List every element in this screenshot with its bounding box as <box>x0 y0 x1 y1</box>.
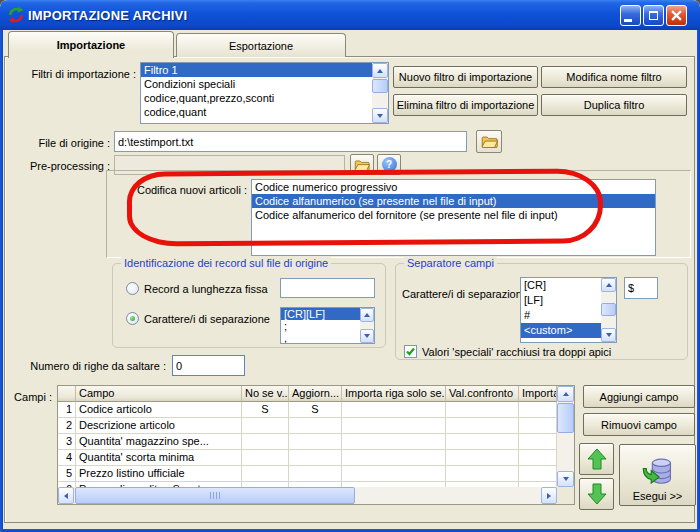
new-filter-button[interactable]: Nuovo filtro di importazione <box>393 66 538 88</box>
cell[interactable]: S <box>289 402 342 418</box>
scroll-down-button[interactable] <box>601 328 616 342</box>
cell[interactable] <box>242 450 289 466</box>
filters-listbox[interactable]: Filtro 1 Condizioni speciali codice,quan… <box>140 62 389 124</box>
cell[interactable] <box>289 434 342 450</box>
table-horizontal-scrollbar[interactable] <box>58 487 557 504</box>
skip-rows-label: Numero di righe da saltare : <box>20 360 166 372</box>
list-item[interactable]: Codice alfanumerico (se presente nel fil… <box>252 194 655 208</box>
scroll-up-button[interactable] <box>601 278 616 292</box>
field-separator-group-title: Separatore campi <box>404 257 497 269</box>
add-field-button[interactable]: Aggiungi campo <box>583 385 695 408</box>
column-header[interactable]: Importa riga solo se... <box>342 386 446 402</box>
field-separator-scrollbar[interactable] <box>601 278 616 342</box>
cell[interactable] <box>289 466 342 482</box>
cell[interactable] <box>242 466 289 482</box>
cell[interactable] <box>342 466 446 482</box>
cell[interactable] <box>289 450 342 466</box>
scroll-up-button[interactable] <box>360 308 374 322</box>
delete-filter-button[interactable]: Elimina filtro di importazione <box>393 94 538 116</box>
column-header[interactable]: Importa <box>519 386 557 402</box>
fixed-length-input[interactable] <box>280 278 375 298</box>
column-header[interactable]: Val.confronto <box>446 386 519 402</box>
table-row[interactable]: 2 Descrizione articolo <box>58 418 557 434</box>
scroll-left-button[interactable] <box>58 487 74 504</box>
skip-rows-input[interactable] <box>172 355 245 376</box>
cell-campo[interactable]: Quantita' scorta minima <box>76 450 242 466</box>
table-row[interactable]: 4 Quantita' scorta minima <box>58 450 557 466</box>
cell-campo[interactable]: Quantita' magazzino spe... <box>76 434 242 450</box>
cell[interactable] <box>446 418 519 434</box>
cell-campo[interactable]: Descrizione articolo <box>76 418 242 434</box>
scroll-down-button[interactable] <box>372 108 388 123</box>
cell[interactable] <box>289 418 342 434</box>
list-item[interactable]: Condizioni speciali <box>141 77 388 91</box>
arrow-down-icon <box>563 477 569 481</box>
scroll-thumb[interactable] <box>601 303 616 316</box>
cell[interactable] <box>342 418 446 434</box>
record-separator-listbox[interactable]: [CR][LF] ; , <box>280 307 375 344</box>
cell[interactable] <box>446 402 519 418</box>
scroll-thumb[interactable] <box>75 487 355 504</box>
encoding-listbox[interactable]: Codice numerico progressivo Codice alfan… <box>251 179 656 256</box>
column-header[interactable]: No se v... <box>242 386 289 402</box>
browse-source-file-button[interactable] <box>476 130 502 153</box>
maximize-button[interactable] <box>643 5 664 26</box>
close-button[interactable] <box>666 5 687 26</box>
column-header[interactable]: Campo <box>76 386 242 402</box>
list-item[interactable]: codice,quant <box>141 105 388 119</box>
cell[interactable] <box>446 434 519 450</box>
list-item[interactable]: Codice numerico progressivo <box>252 180 655 194</box>
column-header[interactable] <box>58 386 76 402</box>
arrow-up-icon <box>606 283 612 287</box>
filters-scrollbar[interactable] <box>372 63 388 123</box>
scroll-thumb[interactable] <box>372 79 388 93</box>
scroll-thumb[interactable] <box>557 403 574 433</box>
tab-importazione[interactable]: Importazione <box>8 31 174 58</box>
custom-separator-input[interactable] <box>624 277 658 299</box>
cell[interactable] <box>342 402 446 418</box>
table-row[interactable]: 5 Prezzo listino ufficiale <box>58 466 557 482</box>
cell[interactable] <box>446 450 519 466</box>
cell[interactable] <box>342 434 446 450</box>
cell[interactable]: S <box>242 402 289 418</box>
cell[interactable] <box>519 418 557 434</box>
tab-esportazione[interactable]: Esportazione <box>176 33 346 57</box>
cell[interactable] <box>519 434 557 450</box>
cell-campo[interactable]: Codice articolo <box>76 402 242 418</box>
rename-filter-button[interactable]: Modifica nome filtro <box>541 66 687 88</box>
list-item[interactable]: Filtro 1 <box>141 63 388 77</box>
titlebar[interactable]: IMPORTAZIONE ARCHIVI <box>0 0 700 30</box>
table-vertical-scrollbar[interactable] <box>557 386 574 487</box>
maximize-icon <box>649 11 658 20</box>
column-header[interactable]: Aggiorn... <box>289 386 342 402</box>
scroll-up-button[interactable] <box>372 63 388 78</box>
record-separator-scrollbar[interactable] <box>360 308 374 343</box>
scroll-down-button[interactable] <box>557 471 574 487</box>
move-down-button[interactable] <box>579 478 614 510</box>
cell[interactable] <box>242 418 289 434</box>
cell[interactable] <box>519 402 557 418</box>
duplicate-filter-button[interactable]: Duplica filtro <box>541 94 687 116</box>
scroll-up-button[interactable] <box>557 386 574 402</box>
cell[interactable] <box>519 466 557 482</box>
cell-campo[interactable]: Prezzo listino ufficiale <box>76 466 242 482</box>
table-row[interactable]: 3 Quantita' magazzino spe... <box>58 434 557 450</box>
scroll-down-button[interactable] <box>360 329 374 343</box>
cell[interactable] <box>446 466 519 482</box>
execute-button[interactable]: Esegui >> <box>619 444 696 506</box>
cell[interactable] <box>519 450 557 466</box>
minimize-button[interactable] <box>620 5 641 26</box>
special-values-checkbox[interactable] <box>404 345 417 358</box>
separator-chars-radio[interactable] <box>126 312 139 325</box>
source-file-input[interactable] <box>114 131 467 152</box>
cell[interactable] <box>342 450 446 466</box>
list-item[interactable]: codice,quant,prezzo,sconti <box>141 91 388 105</box>
field-separator-listbox[interactable]: [CR] [LF] # <custom> <box>520 277 617 343</box>
table-row[interactable]: 1 Codice articolo S S <box>58 402 557 418</box>
remove-field-button[interactable]: Rimuovi campo <box>583 413 695 436</box>
move-up-button[interactable] <box>579 443 614 475</box>
fixed-length-radio[interactable] <box>126 282 139 295</box>
cell[interactable] <box>242 434 289 450</box>
scroll-right-button[interactable] <box>541 487 557 504</box>
list-item[interactable]: Codice alfanumerico del fornitore (se pr… <box>252 208 655 222</box>
